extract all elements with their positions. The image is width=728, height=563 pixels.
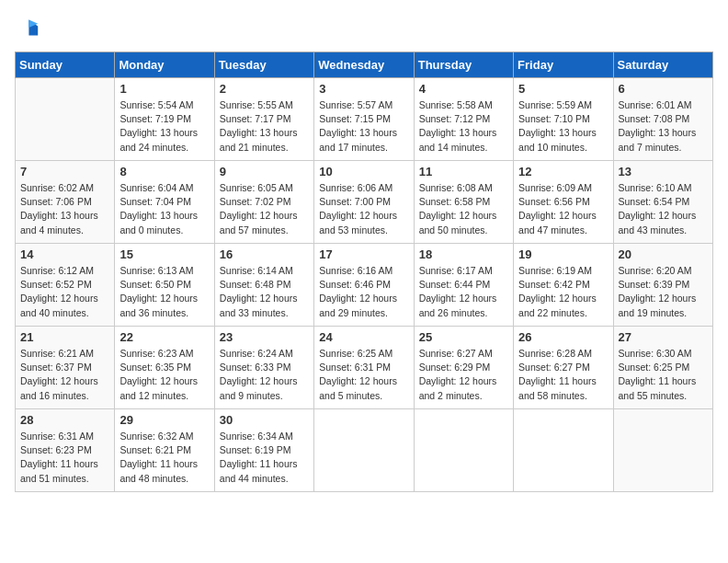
day-number: 19 xyxy=(518,247,608,261)
day-number: 17 xyxy=(319,247,408,261)
cell-info: Sunrise: 6:31 AMSunset: 6:23 PMDaylight:… xyxy=(20,430,109,486)
day-number: 12 xyxy=(518,165,608,178)
cell-info: Sunrise: 6:16 AMSunset: 6:46 PMDaylight:… xyxy=(319,264,408,320)
calendar-cell: 20Sunrise: 6:20 AMSunset: 6:39 PMDayligh… xyxy=(613,244,712,327)
calendar-week-0: 1Sunrise: 5:54 AMSunset: 7:19 PMDaylight… xyxy=(16,78,713,161)
calendar-cell: 15Sunrise: 6:13 AMSunset: 6:50 PMDayligh… xyxy=(115,244,214,327)
day-number: 27 xyxy=(619,330,708,344)
cell-info: Sunrise: 5:59 AMSunset: 7:10 PMDaylight:… xyxy=(518,98,608,155)
cell-info: Sunrise: 5:55 AMSunset: 7:17 PMDaylight:… xyxy=(220,98,309,155)
day-number: 8 xyxy=(119,165,209,178)
calendar-cell: 26Sunrise: 6:28 AMSunset: 6:27 PMDayligh… xyxy=(514,327,613,409)
calendar-cell: 18Sunrise: 6:17 AMSunset: 6:44 PMDayligh… xyxy=(414,244,513,327)
cell-info: Sunrise: 6:06 AMSunset: 7:00 PMDaylight:… xyxy=(319,181,408,237)
day-number: 9 xyxy=(220,165,309,178)
calendar-cell: 16Sunrise: 6:14 AMSunset: 6:48 PMDayligh… xyxy=(214,244,313,327)
weekday-header-friday: Friday xyxy=(514,52,613,78)
calendar-cell: 6Sunrise: 6:01 AMSunset: 7:08 PMDaylight… xyxy=(613,78,712,161)
cell-info: Sunrise: 6:14 AMSunset: 6:48 PMDaylight:… xyxy=(220,264,309,320)
cell-info: Sunrise: 6:19 AMSunset: 6:42 PMDaylight:… xyxy=(518,264,608,320)
weekday-header-sunday: Sunday xyxy=(16,52,115,78)
calendar-cell xyxy=(16,78,115,161)
day-number: 6 xyxy=(619,82,708,96)
cell-info: Sunrise: 6:30 AMSunset: 6:25 PMDaylight:… xyxy=(619,347,708,403)
day-number: 2 xyxy=(220,82,309,96)
day-number: 24 xyxy=(319,330,408,344)
calendar-cell: 7Sunrise: 6:02 AMSunset: 7:06 PMDaylight… xyxy=(16,161,115,244)
cell-info: Sunrise: 6:01 AMSunset: 7:08 PMDaylight:… xyxy=(619,98,708,155)
logo xyxy=(15,15,44,40)
page-header xyxy=(15,15,713,40)
calendar-cell: 4Sunrise: 5:58 AMSunset: 7:12 PMDaylight… xyxy=(414,78,513,161)
cell-info: Sunrise: 6:10 AMSunset: 6:54 PMDaylight:… xyxy=(619,181,708,237)
calendar-cell xyxy=(613,409,712,492)
calendar-cell: 22Sunrise: 6:23 AMSunset: 6:35 PMDayligh… xyxy=(115,327,214,409)
cell-info: Sunrise: 6:09 AMSunset: 6:56 PMDaylight:… xyxy=(518,181,608,237)
calendar-week-1: 7Sunrise: 6:02 AMSunset: 7:06 PMDaylight… xyxy=(16,161,713,244)
calendar-cell: 5Sunrise: 5:59 AMSunset: 7:10 PMDaylight… xyxy=(514,78,613,161)
calendar-week-2: 14Sunrise: 6:12 AMSunset: 6:52 PMDayligh… xyxy=(16,244,713,327)
cell-info: Sunrise: 6:12 AMSunset: 6:52 PMDaylight:… xyxy=(20,264,109,320)
cell-info: Sunrise: 6:28 AMSunset: 6:27 PMDaylight:… xyxy=(518,347,608,403)
calendar-cell: 29Sunrise: 6:32 AMSunset: 6:21 PMDayligh… xyxy=(115,409,214,492)
cell-info: Sunrise: 6:17 AMSunset: 6:44 PMDaylight:… xyxy=(419,264,508,320)
day-number: 30 xyxy=(220,413,309,427)
calendar-table: SundayMondayTuesdayWednesdayThursdayFrid… xyxy=(15,52,713,492)
weekday-header-thursday: Thursday xyxy=(414,52,513,78)
calendar-cell: 19Sunrise: 6:19 AMSunset: 6:42 PMDayligh… xyxy=(514,244,613,327)
weekday-header-monday: Monday xyxy=(115,52,214,78)
calendar-cell: 30Sunrise: 6:34 AMSunset: 6:19 PMDayligh… xyxy=(214,409,313,492)
calendar-cell: 21Sunrise: 6:21 AMSunset: 6:37 PMDayligh… xyxy=(16,327,115,409)
cell-info: Sunrise: 6:13 AMSunset: 6:50 PMDaylight:… xyxy=(119,264,209,320)
weekday-header-wednesday: Wednesday xyxy=(314,52,414,78)
day-number: 5 xyxy=(518,82,608,96)
day-number: 3 xyxy=(319,82,408,96)
cell-info: Sunrise: 6:24 AMSunset: 6:33 PMDaylight:… xyxy=(220,347,309,403)
calendar-week-4: 28Sunrise: 6:31 AMSunset: 6:23 PMDayligh… xyxy=(16,409,713,492)
day-number: 28 xyxy=(20,413,109,427)
cell-info: Sunrise: 6:21 AMSunset: 6:37 PMDaylight:… xyxy=(20,347,109,403)
cell-info: Sunrise: 6:08 AMSunset: 6:58 PMDaylight:… xyxy=(419,181,508,237)
day-number: 7 xyxy=(20,165,109,178)
cell-info: Sunrise: 6:23 AMSunset: 6:35 PMDaylight:… xyxy=(119,347,209,403)
day-number: 14 xyxy=(20,247,109,261)
cell-info: Sunrise: 6:20 AMSunset: 6:39 PMDaylight:… xyxy=(619,264,708,320)
calendar-cell: 1Sunrise: 5:54 AMSunset: 7:19 PMDaylight… xyxy=(115,78,214,161)
cell-info: Sunrise: 5:58 AMSunset: 7:12 PMDaylight:… xyxy=(419,98,508,155)
cell-info: Sunrise: 5:57 AMSunset: 7:15 PMDaylight:… xyxy=(319,98,408,155)
day-number: 22 xyxy=(119,330,209,344)
calendar-cell xyxy=(514,409,613,492)
calendar-cell: 28Sunrise: 6:31 AMSunset: 6:23 PMDayligh… xyxy=(16,409,115,492)
day-number: 11 xyxy=(419,165,508,178)
day-number: 21 xyxy=(20,330,109,344)
cell-info: Sunrise: 6:05 AMSunset: 7:02 PMDaylight:… xyxy=(220,181,309,237)
cell-info: Sunrise: 6:02 AMSunset: 7:06 PMDaylight:… xyxy=(20,181,109,237)
day-number: 25 xyxy=(419,330,508,344)
day-number: 20 xyxy=(619,247,708,261)
calendar-cell: 12Sunrise: 6:09 AMSunset: 6:56 PMDayligh… xyxy=(514,161,613,244)
day-number: 18 xyxy=(419,247,508,261)
calendar-cell: 11Sunrise: 6:08 AMSunset: 6:58 PMDayligh… xyxy=(414,161,513,244)
cell-info: Sunrise: 6:32 AMSunset: 6:21 PMDaylight:… xyxy=(119,430,209,486)
weekday-header-tuesday: Tuesday xyxy=(214,52,313,78)
calendar-cell: 10Sunrise: 6:06 AMSunset: 7:00 PMDayligh… xyxy=(314,161,414,244)
cell-info: Sunrise: 6:04 AMSunset: 7:04 PMDaylight:… xyxy=(119,181,209,237)
day-number: 26 xyxy=(518,330,608,344)
calendar-cell: 2Sunrise: 5:55 AMSunset: 7:17 PMDaylight… xyxy=(214,78,313,161)
cell-info: Sunrise: 5:54 AMSunset: 7:19 PMDaylight:… xyxy=(119,98,209,155)
weekday-header-saturday: Saturday xyxy=(613,52,712,78)
day-number: 16 xyxy=(220,247,309,261)
calendar-cell: 3Sunrise: 5:57 AMSunset: 7:15 PMDaylight… xyxy=(314,78,414,161)
calendar-cell xyxy=(314,409,414,492)
day-number: 13 xyxy=(619,165,708,178)
day-number: 29 xyxy=(119,413,209,427)
day-number: 23 xyxy=(220,330,309,344)
calendar-cell: 8Sunrise: 6:04 AMSunset: 7:04 PMDaylight… xyxy=(115,161,214,244)
calendar-cell: 14Sunrise: 6:12 AMSunset: 6:52 PMDayligh… xyxy=(16,244,115,327)
cell-info: Sunrise: 6:25 AMSunset: 6:31 PMDaylight:… xyxy=(319,347,408,403)
calendar-cell: 17Sunrise: 6:16 AMSunset: 6:46 PMDayligh… xyxy=(314,244,414,327)
cell-info: Sunrise: 6:34 AMSunset: 6:19 PMDaylight:… xyxy=(220,430,309,486)
cell-info: Sunrise: 6:27 AMSunset: 6:29 PMDaylight:… xyxy=(419,347,508,403)
day-number: 1 xyxy=(119,82,209,96)
calendar-cell: 24Sunrise: 6:25 AMSunset: 6:31 PMDayligh… xyxy=(314,327,414,409)
